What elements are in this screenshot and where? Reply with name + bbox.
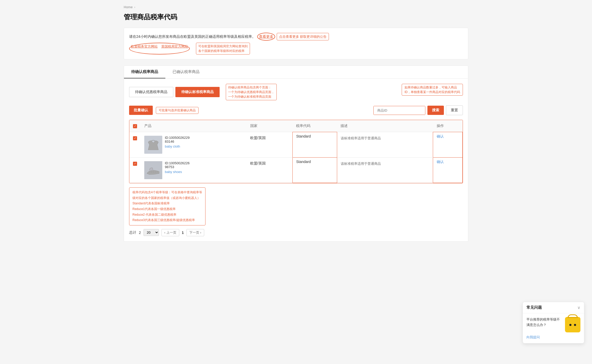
th-taxcode: 税率代码 [292,120,337,132]
total-count: 2 [139,231,141,235]
row2-description: 该标准税率适用于普通商品 [337,158,433,183]
row1-description: 该标准税率适用于普通商品 [337,132,433,158]
row2-taxcode: Standard [292,158,337,183]
table-header-row: 产品 国家 税率代码 描述 操作 [129,120,463,132]
next-page-button[interactable]: 下一页 › [186,229,204,236]
card-body: 待确认优惠税率商品 待确认标准税率商品 待确认税率商品包含两个页面：一个为待确认… [124,79,468,241]
products-table-container: 产品 国家 税率代码 描述 操作 [129,120,463,183]
subtab-standard[interactable]: 待确认标准税率商品 [175,87,220,97]
row2-checkbox[interactable] [133,162,137,166]
th-country: 国家 [247,120,292,132]
notice-link2[interactable]: 欧盟税务官方网站 [131,43,158,54]
breadcrumb-home[interactable]: Home [124,5,133,9]
row2-checkbox-cell [129,158,141,183]
current-page: 1 [182,231,184,235]
th-product: 产品 [141,120,247,132]
sub-tabs-left: 待确认优惠税率商品 待确认标准税率商品 待确认税率商品包含两个页面：一个为待确认… [129,84,277,100]
notice-sub-links: 欧盟税务官方网站 英国税局官方网站 可在欧盟和英国税局官方网站查询到各个国家的税… [129,43,463,54]
table-row: ID:1005002622983146 baby cloth 欧盟/英国 Sta… [129,132,463,158]
prev-page-button[interactable]: ‹ 上一页 [162,229,179,236]
row2-product-thumb [144,161,162,179]
main-card: 待确认税率商品 已确认税率商品 待确认优惠税率商品 待确认标准税率商品 待确认税… [124,66,468,242]
row2-desc-text: 该标准税率适用于普通商品 [341,162,381,166]
th-checkbox [129,120,141,132]
tax-info-box: 税率代码包含4个税率等级：可在表格中查询税率等 级对应的各个国家的税率值（或咨询… [129,187,205,225]
svg-rect-1 [144,161,162,179]
total-label: 总计 [129,230,136,235]
notice-link3[interactable]: 英国税局官方网站 [161,43,188,54]
tab-confirmed[interactable]: 已确认税率商品 [165,66,207,78]
row1-taxcode: Standard [292,132,337,158]
row2-action-cell: 确认 [433,158,463,183]
pagination-row: 总计 2 20 50 100 ‹ 上一页 1 下一页 › [129,229,463,236]
row1-product: ID:1005002622983146 baby cloth [144,136,243,154]
batch-confirm-button[interactable]: 批量确认 [129,106,153,115]
sub-tabs-container: 待确认优惠税率商品 待确认标准税率商品 待确认税率商品包含两个页面：一个为待确认… [129,84,463,100]
row1-action-cell: 确认 [433,132,463,158]
reset-button[interactable]: 重置 [446,105,463,115]
notice-box: 请在24小时内确认您所发布商品在欧盟及英国的正确适用税率等级及相应税率。 查看更… [124,28,468,59]
row2-product-info: ID:1005002622698753 baby shoes [165,161,190,174]
tax-info-area: 税率代码包含4个税率等级：可在表格中查询税率等 级对应的各个国家的税率值（或咨询… [129,187,463,225]
notice-text: 请在24小时内确认您所发布商品在欧盟及英国的正确适用税率等级及相应税率。 [129,33,256,40]
breadcrumb-separator: › [134,5,135,9]
row1-product-info: ID:1005002622983146 baby cloth [165,136,190,148]
notice-line: 请在24小时内确认您所发布商品在欧盟及英国的正确适用税率等级及相应税率。 查看更… [129,33,463,41]
select-all-checkbox[interactable] [133,124,137,128]
notice-official-links: 欧盟税务官方网站 英国税局官方网站 [129,43,190,54]
th-description: 描述 [337,120,433,132]
search-button[interactable]: 搜索 [427,106,444,115]
toolbar-row: 批量确认 可批量勾选并批量确认商品 搜索 重置 [129,105,463,115]
row2-product-id: ID:1005002622698753 [165,161,190,169]
row2-product-cell: ID:1005002622698753 baby shoes [141,158,247,183]
row1-country: 欧盟/英国 [247,132,292,158]
tab-pending[interactable]: 待确认税率商品 [124,66,165,78]
page-title: 管理商品税率代码 [124,13,468,22]
row2-product: ID:1005002622698753 baby shoes [144,161,243,179]
notice-annotation2: 可在欧盟和英国税局官方网站查询到各个国家的税率等级和对应的税率 [196,43,250,54]
table-row: ID:1005002622698753 baby shoes 欧盟/英国 Sta… [129,158,463,183]
batch-annotation: 可批量勾选并批量确认商品 [156,107,199,114]
products-table: 产品 国家 税率代码 描述 操作 [129,120,463,183]
row2-product-name[interactable]: baby shoes [165,170,190,174]
breadcrumb: Home › [124,5,468,9]
row1-product-cell: ID:1005002622983146 baby cloth [141,132,247,158]
row1-checkbox-cell [129,132,141,158]
subtab-discount[interactable]: 待确认优惠税率商品 [129,87,173,97]
page-size-select[interactable]: 20 50 100 [143,229,159,236]
search-row: 搜索 重置 [373,105,463,115]
tabs-row: 待确认税率商品 已确认税率商品 [124,66,468,79]
row1-product-thumb [144,136,162,154]
row1-desc-text: 该标准税率适用于普通商品 [341,136,381,140]
table-body: ID:1005002622983146 baby cloth 欧盟/英国 Sta… [129,132,463,183]
row1-confirm-button[interactable]: 确认 [437,134,444,139]
notice-annotation1: 点击查看更多 获取更详细的公告 [277,33,329,40]
row1-checkbox[interactable] [133,136,137,140]
row1-product-id: ID:1005002622983146 [165,136,190,143]
search-input-wrap [373,106,425,115]
notice-link1[interactable]: 查看更多 [257,33,275,41]
search-input[interactable] [374,106,425,115]
subtab-annotation: 待确认税率商品包含两个页面：一个为待确认优惠税率商品页面，一个为待确认标准税率商… [226,84,277,100]
right-annotation: 如果待确认商品数量过多，可输入商品ID，单独查看某一件商品对应的税率代码 [402,84,463,96]
row1-product-name[interactable]: baby cloth [165,144,190,148]
row2-confirm-button[interactable]: 确认 [437,160,444,164]
row2-country: 欧盟/英国 [247,158,292,183]
th-operation: 操作 [433,120,463,132]
